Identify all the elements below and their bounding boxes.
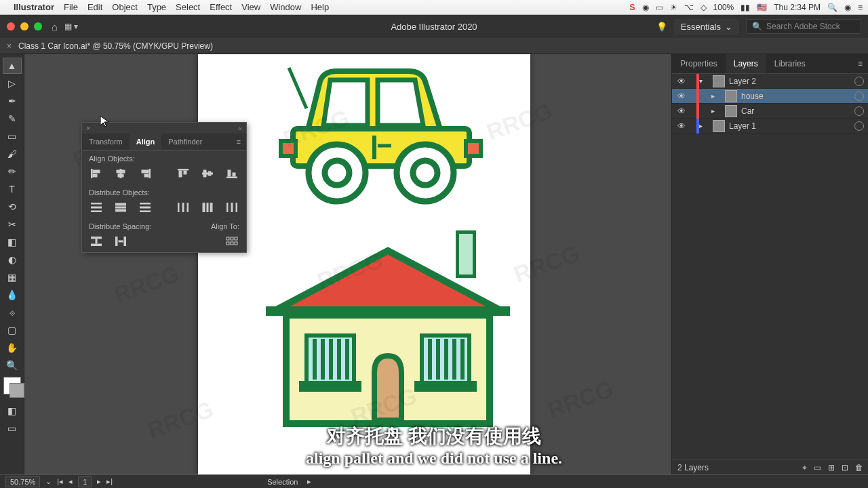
menu-help[interactable]: Help [311, 2, 329, 12]
artboard-prev[interactable]: ◂ [68, 477, 73, 486]
status-icon-cc[interactable]: ◉ [642, 3, 649, 12]
draw-mode[interactable]: ◧ [3, 403, 22, 419]
lightbulb-icon[interactable]: 💡 [656, 22, 667, 32]
panel-menu[interactable]: ≡ [231, 134, 246, 150]
dist-space-h[interactable] [113, 235, 128, 248]
wifi-icon[interactable]: ◇ [701, 3, 707, 12]
tab-libraries[interactable]: Libraries [766, 54, 814, 73]
tab-layers[interactable]: Layers [726, 54, 766, 73]
align-left[interactable] [89, 167, 104, 180]
siri-icon[interactable]: ◉ [844, 3, 851, 12]
zoom-window[interactable] [34, 22, 42, 30]
menu-select[interactable]: Select [176, 2, 200, 12]
scissors-tool[interactable]: ✂ [3, 216, 22, 232]
gradient-tool[interactable]: ▦ [3, 269, 22, 285]
rotate-tool[interactable]: ⟲ [3, 199, 22, 215]
artboard[interactable] [198, 54, 530, 474]
spotlight-icon[interactable]: 🔍 [827, 3, 837, 12]
new-sublayer[interactable]: ⊞ [828, 463, 835, 472]
align-right[interactable] [138, 167, 153, 180]
make-clip[interactable]: ▭ [814, 463, 821, 472]
expand-toggle[interactable]: ▾ [699, 77, 709, 85]
pencil-tool[interactable]: ✏ [3, 163, 22, 180]
tab-align[interactable]: Align [130, 134, 162, 150]
hand-tool[interactable]: ✋ [3, 340, 22, 356]
new-layer[interactable]: ⊡ [842, 463, 848, 472]
align-vcenter[interactable] [200, 167, 215, 180]
expand-toggle[interactable]: ▸ [711, 92, 721, 100]
dist-vcenter[interactable] [113, 201, 128, 214]
menu-window[interactable]: Window [270, 2, 301, 12]
status-icon-s[interactable]: S [630, 3, 635, 12]
expand-toggle[interactable]: ▸ [711, 107, 721, 115]
close-tab[interactable]: × [7, 41, 12, 51]
dist-left[interactable] [176, 201, 191, 214]
artboard-num[interactable]: 1 [78, 476, 92, 487]
panel-menu[interactable]: ≡ [852, 54, 868, 73]
type-tool[interactable]: T [3, 181, 22, 197]
visibility-toggle[interactable]: 👁 [676, 77, 687, 86]
menu-effect[interactable]: Effect [210, 2, 232, 12]
status-icon-screen[interactable]: ▭ [656, 3, 663, 12]
artboard-last[interactable]: ▸| [106, 477, 113, 486]
document-tab-label[interactable]: Class 1 Car Icon.ai* @ 50.75% (CMYK/GPU … [18, 41, 213, 51]
zoom-dropdown[interactable]: ⌄ [45, 477, 52, 486]
align-bottom[interactable] [224, 167, 239, 180]
layer-row[interactable]: 👁▸Layer 1 [672, 119, 868, 134]
zoom-level[interactable]: 50.75% [5, 476, 40, 487]
screen-mode[interactable]: ▭ [3, 420, 22, 436]
status-icon-display[interactable]: ☀ [670, 3, 677, 12]
notif-icon[interactable]: ≡ [858, 3, 863, 12]
layer-name[interactable]: house [741, 92, 854, 101]
visibility-toggle[interactable]: 👁 [676, 121, 687, 131]
layer-row[interactable]: 👁▾Layer 2 [672, 74, 868, 89]
layer-name[interactable]: Layer 2 [729, 77, 854, 86]
flag-icon[interactable]: 🇺🇸 [757, 3, 767, 12]
car-artwork[interactable] [273, 61, 490, 210]
clock[interactable]: Thu 2:34 PM [774, 3, 821, 12]
expand-toggle[interactable]: ▸ [699, 122, 709, 129]
target-icon[interactable] [854, 121, 864, 131]
artboard-next[interactable]: ▸ [97, 477, 101, 486]
shape-builder-tool[interactable]: ◐ [3, 251, 22, 268]
artboard-tool[interactable]: ▢ [3, 322, 22, 338]
align-to-selection[interactable] [224, 235, 239, 248]
align-panel[interactable]: × « Transform Align Pathfinder ≡ Align O… [81, 122, 247, 253]
align-top[interactable] [176, 167, 191, 180]
paintbrush-tool[interactable]: 🖌 [3, 146, 22, 162]
menu-type[interactable]: Type [147, 2, 166, 12]
tab-pathfinder[interactable]: Pathfinder [161, 134, 209, 150]
canvas-area[interactable]: × « Transform Align Pathfinder ≡ Align O… [24, 54, 671, 488]
locate-object[interactable]: ⌖ [802, 463, 807, 472]
layer-row[interactable]: 👁▸house [672, 89, 868, 104]
visibility-toggle[interactable]: 👁 [676, 92, 687, 101]
status-dropdown[interactable]: ▸ [307, 477, 311, 486]
close-window[interactable] [7, 22, 15, 30]
status-icon-bt[interactable]: ⌥ [684, 3, 694, 12]
selection-tool[interactable]: ▲ [3, 58, 22, 74]
menu-edit[interactable]: Edit [87, 2, 102, 12]
tab-transform[interactable]: Transform [82, 134, 130, 150]
menu-file[interactable]: File [64, 2, 78, 12]
blend-tool[interactable]: ⟐ [3, 304, 22, 321]
app-name[interactable]: Illustrator [14, 2, 54, 12]
layer-name[interactable]: Car [741, 106, 854, 116]
panel-close[interactable]: × [86, 124, 90, 132]
dist-top[interactable] [89, 201, 104, 214]
workspace-switcher[interactable]: Essentials ⌄ [674, 19, 739, 35]
stock-search[interactable]: 🔍 Search Adobe Stock [746, 19, 861, 34]
home-button[interactable]: ⌂ [52, 21, 58, 33]
target-icon[interactable] [854, 106, 864, 116]
visibility-toggle[interactable]: 👁 [676, 106, 687, 116]
align-hcenter[interactable] [113, 167, 128, 180]
dist-space-v[interactable] [89, 235, 104, 248]
pen-tool[interactable]: ✒ [3, 93, 22, 109]
delete-layer[interactable]: 🗑 [855, 463, 863, 472]
minimize-window[interactable] [20, 22, 28, 30]
target-icon[interactable] [854, 92, 864, 101]
layer-name[interactable]: Layer 1 [729, 121, 854, 131]
arrange-docs-button[interactable]: ▦ ▾ [64, 22, 78, 31]
menu-object[interactable]: Object [112, 2, 138, 12]
dist-right[interactable] [224, 201, 239, 214]
panel-collapse[interactable]: « [238, 124, 242, 132]
